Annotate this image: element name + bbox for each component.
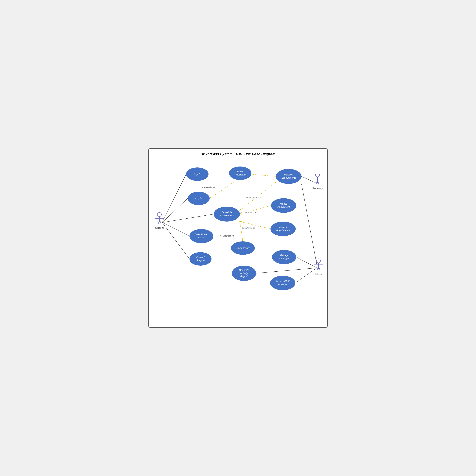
usecase-contact-support: ContactSupport [189, 252, 211, 266]
usecase-manage-appointments: ManageAppointments [276, 169, 302, 184]
diagram-container: DriverPass System - UML Use Case Diagram [148, 148, 328, 328]
svg-line-15 [302, 184, 317, 265]
svg-line-9 [240, 205, 271, 214]
student-leg-left [157, 220, 159, 225]
secretary-legs [316, 181, 319, 186]
usecase-reset-password: ResetPassword [229, 167, 252, 180]
label-includes-1: << includes >> [246, 196, 261, 199]
admin-leg-left [317, 266, 318, 272]
student-label: Student [155, 226, 164, 229]
student-leg-right [160, 220, 161, 225]
secretary-head [315, 173, 320, 177]
usecase-cancel-appointment: CancelAppointment [271, 221, 296, 236]
admin-label: Admin [315, 273, 322, 275]
student-legs [157, 220, 161, 225]
usecase-register: Register [186, 168, 208, 181]
usecase-access-dmv-updates: Access DMVUpdates [270, 276, 295, 290]
admin-head [316, 258, 321, 263]
svg-line-13 [256, 268, 317, 273]
actor-secretary: Secretary [312, 173, 323, 190]
svg-line-10 [240, 221, 271, 229]
usecase-modify-appointment: ModifyAppintment [271, 198, 296, 213]
label-includes-2: << includes >> [220, 235, 235, 237]
svg-line-3 [162, 222, 189, 236]
secretary-leg-right [318, 181, 319, 186]
student-head [157, 212, 162, 217]
svg-line-14 [295, 268, 317, 283]
svg-line-4 [162, 222, 189, 259]
secretary-leg-left [316, 181, 317, 186]
actor-student: Student [155, 212, 164, 229]
svg-line-1 [162, 198, 187, 222]
svg-line-8 [240, 182, 276, 210]
actor-admin: Admin [314, 258, 323, 275]
usecase-generate-activity-report: GenerateActivityReport [232, 266, 256, 281]
admin-leg-right [319, 266, 320, 272]
svg-line-0 [162, 174, 186, 222]
svg-line-7 [210, 178, 240, 198]
admin-legs [317, 266, 320, 272]
label-extends-3: << extends >> [241, 227, 256, 229]
usecase-manage-packages: ManagePackages [272, 250, 296, 264]
admin-arms [314, 265, 323, 265]
secretary-label: Secretary [312, 187, 323, 190]
label-extends-2: << extends >> [241, 211, 256, 214]
student-arms [155, 218, 164, 219]
secretary-arms [313, 179, 322, 179]
label-extends-1: << extends >> [201, 186, 215, 189]
svg-line-2 [162, 214, 214, 222]
diagram-title: DriverPass System - UML Use Case Diagram [149, 149, 327, 156]
svg-line-11 [240, 221, 243, 241]
usecase-schedule-appointment: ScheduleAppointment [214, 207, 240, 221]
usecase-view-lessons: View Lessons [231, 241, 255, 255]
usecase-login: Log in [187, 192, 210, 205]
usecase-view-driver-notes: View DriverNotes [189, 229, 213, 243]
